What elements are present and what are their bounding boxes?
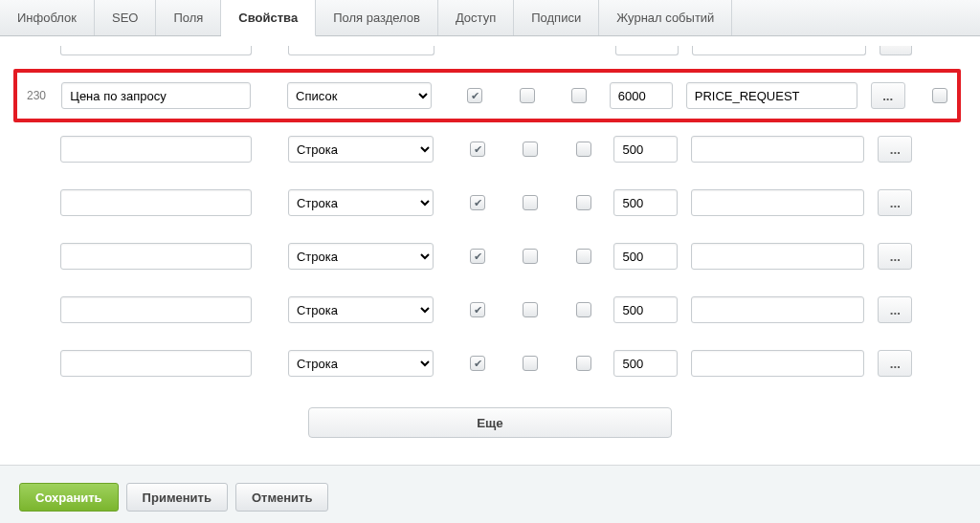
tab-fields[interactable]: Поля [156,0,221,35]
type-select[interactable]: Строка [288,296,434,323]
tab-captions[interactable]: Подписи [514,0,599,35]
apply-button[interactable]: Применить [126,483,228,512]
table-row: 230 Список ... [13,69,961,122]
required-checkbox[interactable] [576,142,591,157]
table-row: Строка ... [19,122,961,176]
row-more-button[interactable]: ... [878,189,912,216]
type-select[interactable]: Строка [288,136,434,163]
required-checkbox[interactable] [576,302,591,317]
sort-input[interactable] [613,350,678,377]
cancel-button[interactable]: Отменить [235,483,329,512]
row-id: 230 [27,89,54,102]
multiple-checkbox[interactable] [523,249,538,264]
active-checkbox[interactable] [470,302,485,317]
sort-input[interactable] [613,296,678,323]
code-input[interactable] [691,136,864,163]
name-input[interactable] [60,46,253,55]
table-row: Строка ... [19,283,961,337]
name-input[interactable] [60,350,252,377]
code-input[interactable] [692,46,866,55]
type-select[interactable]: Строка [288,243,434,270]
type-select[interactable]: Список [287,82,432,109]
save-button[interactable]: Сохранить [19,483,119,512]
row-more-button[interactable]: ... [878,350,912,377]
tab-event-log[interactable]: Журнал событий [599,0,732,35]
properties-panel: 230 Список ... Строка ... Строка [0,36,980,466]
tab-properties[interactable]: Свойства [221,0,316,36]
sort-input[interactable] [613,136,678,163]
active-checkbox[interactable] [467,88,482,103]
name-input[interactable] [60,136,252,163]
sort-input[interactable] [610,82,673,109]
active-checkbox[interactable] [470,356,485,371]
active-checkbox[interactable] [470,142,485,157]
code-input[interactable] [686,82,858,109]
type-select[interactable]: Строка [288,189,434,216]
row-more-button[interactable] [880,46,912,55]
delete-checkbox[interactable] [932,88,947,103]
footer-actions: Сохранить Применить Отменить [0,466,980,523]
tab-access[interactable]: Доступ [438,0,514,35]
multiple-checkbox[interactable] [523,142,538,157]
table-row: Строка ... [19,337,961,390]
name-input[interactable] [60,243,252,270]
multiple-checkbox[interactable] [523,195,538,210]
code-input[interactable] [691,296,864,323]
tab-section-fields[interactable]: Поля разделов [316,0,438,35]
add-more-button[interactable]: Еще [308,407,672,438]
tab-infoblock[interactable]: Инфоблок [0,0,95,35]
multiple-checkbox[interactable] [523,302,538,317]
sort-input[interactable] [613,243,678,270]
sort-input[interactable] [613,189,678,216]
row-more-button[interactable]: ... [878,136,912,163]
row-more-button[interactable]: ... [871,82,905,109]
table-row [19,46,961,69]
row-more-button[interactable]: ... [878,243,912,270]
code-input[interactable] [691,243,864,270]
name-input[interactable] [60,189,252,216]
multiple-checkbox[interactable] [523,356,538,371]
name-input[interactable] [61,82,251,109]
table-row: Строка ... [19,229,961,283]
active-checkbox[interactable] [470,195,485,210]
row-more-button[interactable]: ... [878,296,912,323]
type-select[interactable] [288,46,434,55]
required-checkbox[interactable] [571,88,587,103]
active-checkbox[interactable] [470,249,485,264]
code-input[interactable] [691,350,864,377]
required-checkbox[interactable] [576,356,591,371]
multiple-checkbox[interactable] [520,88,535,103]
code-input[interactable] [691,189,864,216]
tabs-bar: Инфоблок SEO Поля Свойства Поля разделов… [0,0,980,36]
type-select[interactable]: Строка [288,350,434,377]
sort-input[interactable] [615,46,679,55]
required-checkbox[interactable] [576,195,591,210]
name-input[interactable] [60,296,252,323]
tab-seo[interactable]: SEO [95,0,156,35]
table-row: Строка ... [19,176,961,229]
required-checkbox[interactable] [576,249,591,264]
